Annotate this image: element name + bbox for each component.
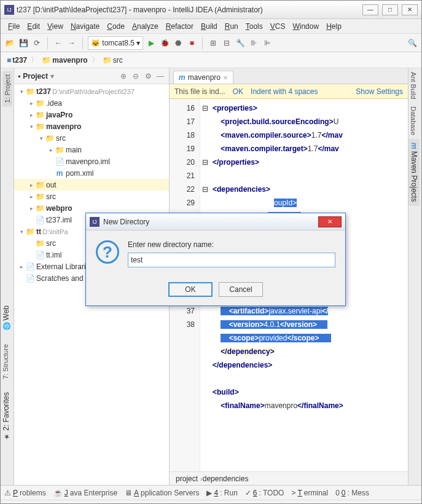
question-icon: ? <box>96 240 119 264</box>
nav-breadcrumb: ■ t237〉📁 mavenpro〉📁 src <box>1 52 421 68</box>
close-tab-icon[interactable]: ✕ <box>223 74 228 81</box>
open-icon[interactable]: 📂 <box>4 37 15 49</box>
web-tab[interactable]: 🌐 Web <box>1 302 12 334</box>
banner-indent-link[interactable]: Indent with 4 spaces <box>251 87 318 96</box>
menu-build[interactable]: Build <box>197 21 221 32</box>
project-view-combo[interactable]: ▾ <box>50 72 54 81</box>
wrench-icon[interactable]: 🔧 <box>235 37 246 49</box>
autoscroll-icon[interactable]: ⊕ <box>119 71 128 81</box>
breadcrumb-item[interactable]: 📁 mavenpro <box>39 55 90 66</box>
debug-icon[interactable]: 🐞 <box>159 37 170 49</box>
run-config-combo[interactable]: 🐱 tomcat8.5 ▾ <box>88 36 143 50</box>
editor-tab[interactable]: m mavenpro ✕ <box>173 71 233 84</box>
maven-projects-tab[interactable]: m Maven Projects <box>408 139 420 205</box>
dialog-label: Enter new directory name: <box>128 240 335 249</box>
tool1-icon[interactable]: ⊞ <box>208 37 219 49</box>
breadcrumb-item[interactable]: ■ t237 <box>4 55 29 66</box>
status-bar: ◻ All files are up-to-date (a minute ago… <box>1 500 421 504</box>
project-view-label[interactable]: Project <box>23 72 48 81</box>
refresh-icon[interactable]: ⟳ <box>31 37 42 49</box>
dialog-icon: IJ <box>90 217 100 227</box>
bottom-tab[interactable]: ✓ 6: TODO <box>245 489 284 497</box>
menu-run[interactable]: Run <box>221 21 242 32</box>
save-icon[interactable]: 💾 <box>18 37 29 49</box>
minimize-button[interactable]: — <box>362 4 378 15</box>
project-view-icon: ▪ <box>18 72 20 81</box>
bottom-tab[interactable]: ☕ Java Enterprise <box>53 489 117 497</box>
dialog-close-button[interactable]: ✕ <box>318 216 342 227</box>
structure-tab[interactable]: 7: Structure <box>1 341 10 383</box>
ant-build-tab[interactable]: Ant Build <box>408 68 418 103</box>
bottom-tab[interactable]: > Terminal <box>291 489 328 497</box>
ok-button[interactable]: OK <box>168 282 213 297</box>
banner-ok-link[interactable]: OK <box>233 87 243 96</box>
tree-node[interactable]: ▸📁out <box>14 179 169 191</box>
dialog-title: New Directory <box>103 218 318 226</box>
search-icon[interactable]: 🔍 <box>407 37 418 49</box>
project-toolwindow-tab[interactable]: 1: Project <box>2 71 12 106</box>
cancel-button[interactable]: Cancel <box>219 282 263 297</box>
favorites-tab[interactable]: ★ 2: Favorites <box>1 388 12 444</box>
menu-view[interactable]: View <box>44 21 67 32</box>
coverage-icon[interactable]: ⬣ <box>173 37 184 49</box>
stop-icon[interactable]: ■ <box>186 37 197 49</box>
back-icon[interactable]: ← <box>53 37 64 49</box>
tree-node[interactable]: 📄mavenpro.iml <box>14 156 169 167</box>
editor-breadcrumb[interactable]: project › dependencies <box>170 471 408 485</box>
new-directory-dialog: IJ New Directory ✕ ? Enter new directory… <box>85 213 346 306</box>
tree-node[interactable]: ▾📁src <box>14 132 169 144</box>
maven-icon: m <box>179 73 186 82</box>
window-titlebar: IJ t237 [D:\initPath\IdeaProject\t237] -… <box>1 1 421 19</box>
forward-icon[interactable]: → <box>66 37 77 49</box>
main-toolbar: 📂 💾 ⟳ ← → 🐱 tomcat8.5 ▾ ▶ 🐞 ⬣ ■ ⊞ ⊟ 🔧 ⊪ … <box>1 34 421 52</box>
hide-icon[interactable]: — <box>155 71 165 81</box>
bottom-toolwindow-bar: ⚠ Problems☕ Java Enterprise🖥 Application… <box>1 485 421 500</box>
banner-show-link[interactable]: Show Settings <box>356 87 403 96</box>
app-icon: IJ <box>4 5 14 15</box>
tree-node[interactable]: ▸📁javaPro <box>14 109 169 120</box>
close-button[interactable]: ✕ <box>402 4 418 15</box>
collapse-icon[interactable]: ⊖ <box>131 71 141 81</box>
tree-node[interactable]: ▾📁t237D:\initPath\IdeaProject\t237 <box>14 85 169 97</box>
menu-help[interactable]: Help <box>322 21 345 32</box>
menu-tools[interactable]: Tools <box>242 21 267 32</box>
menu-file[interactable]: File <box>4 21 23 32</box>
menu-analyze[interactable]: Analyze <box>128 21 162 32</box>
menubar: FileEditViewNavigateCodeAnalyzeRefactorB… <box>1 19 421 34</box>
bottom-tab[interactable]: ⚠ Problems <box>4 489 46 497</box>
banner-message: This file is ind... <box>174 87 225 96</box>
left-extra-bar: 🌐 Web 7: Structure ★ 2: Favorites <box>1 302 14 444</box>
breadcrumb-item[interactable]: 📁 src <box>100 55 125 66</box>
menu-vcs[interactable]: VCS <box>267 21 289 32</box>
tool3-icon[interactable]: ⊫ <box>262 37 273 49</box>
run-icon[interactable]: ▶ <box>146 37 157 49</box>
database-tab[interactable]: Database <box>408 103 418 139</box>
window-title: t237 [D:\initPath\IdeaProject\t237] - ma… <box>17 6 362 14</box>
menu-window[interactable]: Window <box>289 21 322 32</box>
maximize-button[interactable]: □ <box>382 4 398 15</box>
menu-navigate[interactable]: Navigate <box>67 21 103 32</box>
tree-node[interactable]: ▾📁mavenpro <box>14 120 169 132</box>
menu-code[interactable]: Code <box>103 21 128 32</box>
tree-node[interactable]: ▸📁src <box>14 191 169 202</box>
editor-tab-label: mavenpro <box>188 73 221 82</box>
tree-node[interactable]: ▸📁main <box>14 144 169 156</box>
bottom-tab[interactable]: ▶ 4: Run <box>206 489 237 497</box>
struct-icon[interactable]: ⊪ <box>248 37 259 49</box>
menu-edit[interactable]: Edit <box>23 21 44 32</box>
menu-refactor[interactable]: Refactor <box>162 21 197 32</box>
editor-banner: This file is ind... OK Indent with 4 spa… <box>170 84 408 99</box>
tree-node[interactable]: mpom.xml <box>14 167 169 179</box>
bottom-tab[interactable]: 🖥 Application Servers <box>125 489 199 497</box>
tree-node[interactable]: ▸📁.idea <box>14 97 169 109</box>
tool2-icon[interactable]: ⊟ <box>221 37 232 49</box>
right-toolwindow-bar: Ant Build Database m Maven Projects <box>408 68 421 485</box>
settings-icon[interactable]: ⚙ <box>143 71 153 81</box>
bottom-tab[interactable]: 0 0: Mess <box>335 489 369 497</box>
directory-name-input[interactable] <box>128 253 335 267</box>
